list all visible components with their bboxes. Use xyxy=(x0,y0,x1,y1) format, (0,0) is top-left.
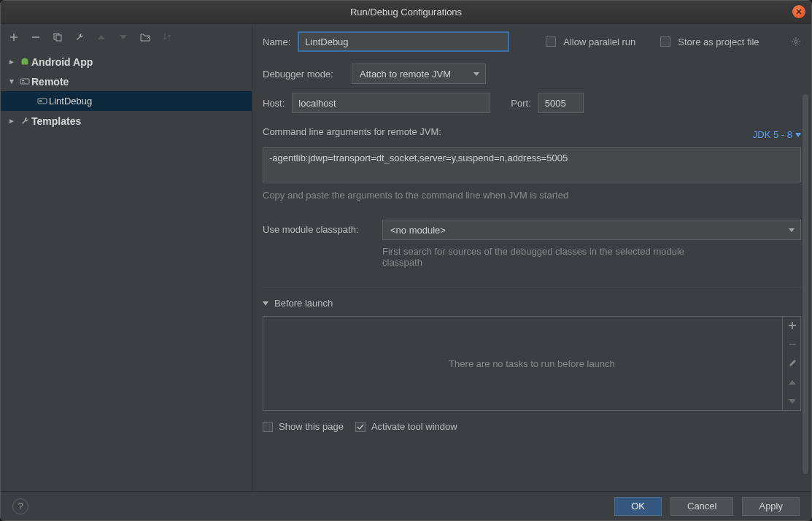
debugger-mode-label: Debugger mode: xyxy=(263,69,344,80)
before-launch-header[interactable]: Before launch xyxy=(263,298,801,309)
copy-icon[interactable] xyxy=(52,31,63,43)
remove-task-icon[interactable] xyxy=(783,335,801,354)
dialog-window: Run/Debug Configurations ► Android A xyxy=(0,0,812,521)
tree-item-lintdebug[interactable]: LintDebug xyxy=(1,91,252,111)
show-page-label[interactable]: Show this page xyxy=(279,421,344,432)
cancel-button[interactable]: Cancel xyxy=(670,497,733,516)
add-icon[interactable] xyxy=(8,31,20,43)
dialog-footer: ? OK Cancel Apply xyxy=(1,491,811,520)
add-task-icon[interactable] xyxy=(783,316,801,335)
svg-rect-2 xyxy=(20,79,29,84)
store-project-checkbox[interactable] xyxy=(660,36,670,47)
chevron-right-icon: ► xyxy=(8,117,18,125)
port-input[interactable] xyxy=(538,93,584,113)
config-toolbar xyxy=(1,24,252,50)
show-page-checkbox[interactable] xyxy=(263,422,273,432)
titlebar[interactable]: Run/Debug Configurations xyxy=(1,1,811,24)
edit-task-icon[interactable] xyxy=(783,354,801,373)
jdk-version-link[interactable]: JDK 5 - 8 xyxy=(753,129,801,140)
scrollbar[interactable] xyxy=(803,94,808,488)
tree-label: Remote xyxy=(31,76,69,88)
wrench-icon[interactable] xyxy=(74,31,85,43)
host-input[interactable] xyxy=(292,93,490,113)
window-title: Run/Debug Configurations xyxy=(350,7,462,18)
debugger-mode-value: Attach to remote JVM xyxy=(360,69,451,80)
tree-label: Templates xyxy=(31,115,81,127)
remove-icon[interactable] xyxy=(30,31,42,43)
remote-config-icon xyxy=(36,98,49,105)
before-launch-label: Before launch xyxy=(274,298,333,309)
cmdline-hint: Copy and paste the arguments to the comm… xyxy=(263,190,801,201)
gear-icon[interactable] xyxy=(791,36,801,47)
activate-tool-checkbox[interactable] xyxy=(355,422,366,432)
before-launch-tasks: There are no tasks to run before launch xyxy=(263,316,801,411)
allow-parallel-checkbox[interactable] xyxy=(546,36,556,47)
svg-rect-4 xyxy=(22,82,25,82)
sort-icon[interactable] xyxy=(161,31,173,43)
module-classpath-label: Use module classpath: xyxy=(263,220,375,235)
svg-rect-5 xyxy=(38,99,47,104)
module-classpath-select[interactable]: <no module> xyxy=(382,220,801,240)
cmdline-label: Command line arguments for remote JVM: xyxy=(263,126,441,137)
android-icon xyxy=(18,58,31,66)
module-hint: First search for sources of the debugged… xyxy=(382,246,703,268)
debugger-mode-select[interactable]: Attach to remote JVM xyxy=(352,63,486,84)
allow-parallel-label[interactable]: Allow parallel run xyxy=(563,36,635,47)
tree-item-templates[interactable]: ► Templates xyxy=(1,111,252,131)
module-classpath-value: <no module> xyxy=(390,225,446,236)
name-input[interactable] xyxy=(298,31,509,52)
tree-label: LintDebug xyxy=(49,96,92,107)
port-label: Port: xyxy=(511,98,530,109)
config-tree: ► Android App ▼ Remote LintDebug ► Templ… xyxy=(1,50,252,491)
left-panel: ► Android App ▼ Remote LintDebug ► Templ… xyxy=(1,24,252,491)
cmdline-args-text[interactable]: -agentlib:jdwp=transport=dt_socket,serve… xyxy=(263,147,801,182)
no-tasks-text: There are no tasks to run before launch xyxy=(449,358,615,369)
svg-rect-3 xyxy=(22,80,24,81)
folder-icon[interactable] xyxy=(139,31,151,43)
remote-icon xyxy=(18,78,31,85)
chevron-right-icon: ► xyxy=(8,58,18,66)
store-project-label[interactable]: Store as project file xyxy=(678,36,759,47)
svg-rect-6 xyxy=(39,100,42,101)
chevron-down-icon: ▼ xyxy=(8,77,18,85)
move-task-up-icon[interactable] xyxy=(783,373,801,392)
wrench-icon xyxy=(18,117,31,126)
right-panel: Name: Allow parallel run Store as projec… xyxy=(252,24,811,491)
host-label: Host: xyxy=(263,98,285,109)
name-label: Name: xyxy=(263,36,290,47)
divider xyxy=(263,287,801,287)
svg-point-8 xyxy=(794,40,797,43)
svg-rect-1 xyxy=(56,35,61,41)
before-launch-toolbar xyxy=(782,316,801,411)
tree-label: Android App xyxy=(31,56,93,68)
activate-tool-label[interactable]: Activate tool window xyxy=(371,421,457,432)
help-icon[interactable]: ? xyxy=(12,498,28,514)
svg-rect-7 xyxy=(39,101,42,102)
tree-item-android-app[interactable]: ► Android App xyxy=(1,52,252,72)
apply-button[interactable]: Apply xyxy=(742,497,800,516)
ok-button[interactable]: OK xyxy=(614,497,662,516)
tree-item-remote[interactable]: ▼ Remote xyxy=(1,72,252,91)
move-down-icon[interactable] xyxy=(117,31,129,43)
close-icon[interactable] xyxy=(792,5,805,18)
move-task-down-icon[interactable] xyxy=(783,392,801,411)
move-up-icon[interactable] xyxy=(96,31,107,43)
